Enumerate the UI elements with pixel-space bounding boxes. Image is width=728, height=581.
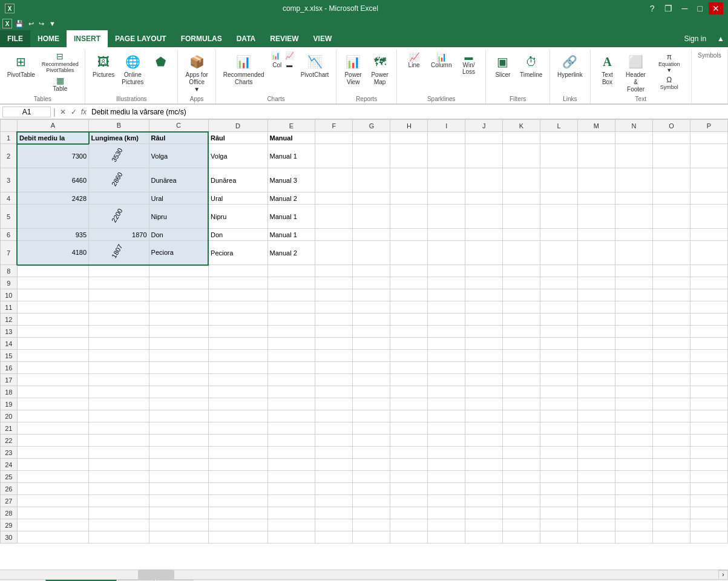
cell-L8[interactable] <box>540 265 578 277</box>
cell-B16[interactable] <box>89 362 149 374</box>
cell-N17[interactable] <box>615 374 652 386</box>
cell-M3[interactable] <box>577 168 615 192</box>
cell-M18[interactable] <box>577 386 615 398</box>
cell-J29[interactable] <box>465 519 503 531</box>
cell-H25[interactable] <box>390 471 428 483</box>
horizontal-scrollbar[interactable]: › <box>0 570 728 579</box>
cell-K21[interactable] <box>503 422 540 435</box>
cell-F26[interactable] <box>315 483 353 495</box>
cell-B9[interactable] <box>89 277 149 289</box>
cell-N15[interactable] <box>615 350 652 362</box>
cell-J6[interactable] <box>465 229 503 241</box>
cell-M6[interactable] <box>577 229 615 241</box>
save-qat-button[interactable]: 💾 <box>13 19 25 28</box>
cell-P18[interactable] <box>690 386 727 398</box>
cell-O11[interactable] <box>652 301 690 313</box>
row-header-12[interactable]: 12 <box>1 313 18 326</box>
grid-wrapper[interactable]: A B C D E F G H I J K L M N O <box>0 119 728 570</box>
row-header-14[interactable]: 14 <box>1 338 18 350</box>
cell-E30[interactable] <box>267 531 315 543</box>
cell-H17[interactable] <box>390 374 428 386</box>
cell-J8[interactable] <box>465 265 503 277</box>
cancel-formula-icon[interactable]: ✕ <box>58 107 68 117</box>
cell-J25[interactable] <box>465 471 503 483</box>
cell-J18[interactable] <box>465 386 503 398</box>
cell-G18[interactable] <box>353 386 390 398</box>
cell-C15[interactable] <box>149 350 208 362</box>
cell-P23[interactable] <box>690 447 727 459</box>
cell-B20[interactable] <box>89 410 149 422</box>
cell-D16[interactable] <box>208 362 267 374</box>
cell-D28[interactable] <box>208 507 267 519</box>
cell-M7[interactable] <box>577 241 615 265</box>
cell-K26[interactable] <box>503 483 540 495</box>
cell-B17[interactable] <box>89 374 149 386</box>
shapes-button[interactable]: ⬟ <box>148 51 172 73</box>
cell-C12[interactable] <box>149 313 208 326</box>
cell-P9[interactable] <box>690 277 727 289</box>
cell-F18[interactable] <box>315 386 353 398</box>
hyperlink-button[interactable]: 🔗 Hyperlink <box>555 51 585 80</box>
cell-J20[interactable] <box>465 410 503 422</box>
row-header-10[interactable]: 10 <box>1 289 18 301</box>
cell-D20[interactable] <box>208 410 267 422</box>
cell-K9[interactable] <box>503 277 540 289</box>
cell-A17[interactable] <box>17 374 89 386</box>
cell-A22[interactable] <box>17 435 89 447</box>
cell-K7[interactable] <box>503 241 540 265</box>
cell-G15[interactable] <box>353 350 390 362</box>
cell-E2[interactable]: Manual 1 <box>267 144 315 168</box>
cell-J19[interactable] <box>465 398 503 410</box>
chart-type-column-button[interactable]: Col <box>271 61 283 69</box>
col-header-A[interactable]: A <box>17 120 89 132</box>
tab-review[interactable]: REVIEW <box>263 30 306 47</box>
cell-C22[interactable] <box>149 435 208 447</box>
close-button[interactable]: ✕ <box>709 2 723 15</box>
equation-button[interactable]: π Equation ▼ <box>654 52 685 74</box>
col-header-C[interactable]: C <box>149 120 208 132</box>
cell-H2[interactable] <box>390 144 428 168</box>
cell-F19[interactable] <box>315 398 353 410</box>
cell-A27[interactable] <box>17 495 89 507</box>
cell-P17[interactable] <box>690 374 727 386</box>
cell-P1[interactable] <box>690 132 727 144</box>
row-header-6[interactable]: 6 <box>1 229 18 241</box>
cell-B30[interactable] <box>89 531 149 543</box>
cell-O23[interactable] <box>652 447 690 459</box>
cell-K3[interactable] <box>503 168 540 192</box>
row-header-22[interactable]: 22 <box>1 435 18 447</box>
cell-N8[interactable] <box>615 265 652 277</box>
cell-O13[interactable] <box>652 326 690 338</box>
cell-A15[interactable] <box>17 350 89 362</box>
cell-K19[interactable] <box>503 398 540 410</box>
row-header-21[interactable]: 21 <box>1 422 18 435</box>
cell-P3[interactable] <box>690 168 727 192</box>
cell-I25[interactable] <box>428 471 465 483</box>
cell-H8[interactable] <box>390 265 428 277</box>
cell-K1[interactable] <box>503 132 540 144</box>
col-header-F[interactable]: F <box>315 120 353 132</box>
maximize-button[interactable]: □ <box>694 2 706 15</box>
cell-O9[interactable] <box>652 277 690 289</box>
col-header-K[interactable]: K <box>503 120 540 132</box>
cell-A25[interactable] <box>17 471 89 483</box>
row-header-8[interactable]: 8 <box>1 265 18 277</box>
cell-K29[interactable] <box>503 519 540 531</box>
cell-A10[interactable] <box>17 289 89 301</box>
cell-J23[interactable] <box>465 447 503 459</box>
cell-C1[interactable]: Râul <box>149 132 208 144</box>
cell-C4[interactable]: Ural <box>149 192 208 205</box>
pivot-chart-button[interactable]: 📉 PivotChart <box>298 51 332 80</box>
cell-G24[interactable] <box>353 459 390 471</box>
cell-H26[interactable] <box>390 483 428 495</box>
cell-A20[interactable] <box>17 410 89 422</box>
col-header-L[interactable]: L <box>540 120 578 132</box>
cell-O28[interactable] <box>652 507 690 519</box>
cell-O26[interactable] <box>652 483 690 495</box>
cell-C21[interactable] <box>149 422 208 435</box>
cell-C29[interactable] <box>149 519 208 531</box>
cell-P2[interactable] <box>690 144 727 168</box>
cell-C17[interactable] <box>149 374 208 386</box>
cell-K13[interactable] <box>503 326 540 338</box>
cell-E28[interactable] <box>267 507 315 519</box>
